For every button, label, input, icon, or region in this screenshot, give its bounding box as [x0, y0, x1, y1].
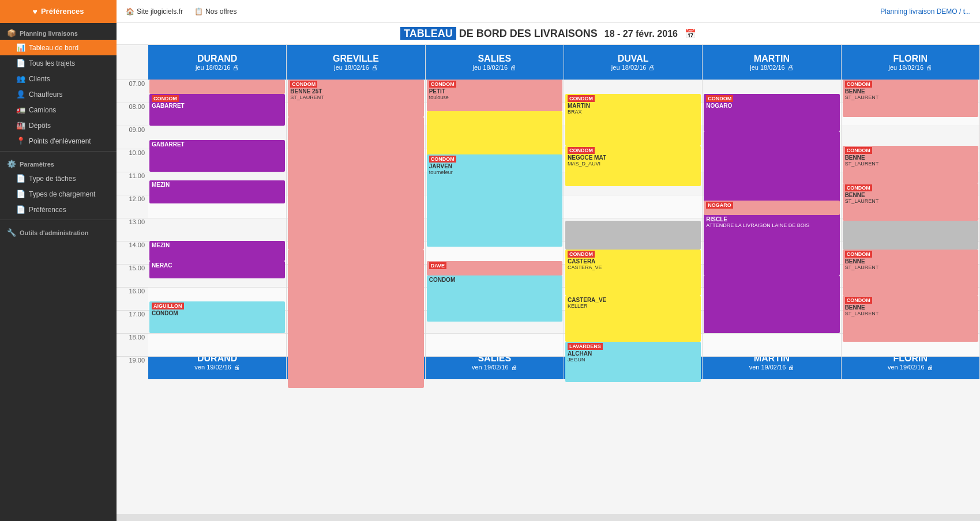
driver-date-top: jeu 18/02/16 🖨 — [334, 64, 378, 71]
time-label: 18.00 — [117, 333, 148, 356]
event-label: CONDOM — [568, 251, 595, 258]
event-durand-4[interactable]: NERAC — [149, 261, 285, 278]
event-duval-2[interactable] — [565, 221, 701, 250]
event-subloc: JEGUN — [568, 357, 699, 363]
sidebar-item-tableau-de-bord[interactable]: 📊 Tableau de bord — [0, 40, 117, 55]
event-duval-4[interactable]: CASTERA_VEKELLER — [565, 296, 701, 342]
driver-col-florin: FLORIN jeu 18/02/16 🖨CONDOMBENNEST_LAURE… — [842, 45, 980, 379]
sidebar-item-preferences[interactable]: 📄 Préférences — [0, 202, 117, 217]
event-subloc: tournefeur — [429, 169, 560, 175]
event-subloc: toulouse — [429, 95, 560, 100]
event-greville-0[interactable]: CONDOMBENNE 25TST_LAURENT — [288, 80, 423, 117]
event-duval-1[interactable]: CONDOMNEGOCE MATMAS_D_AUVI — [565, 146, 701, 186]
event-salies-0[interactable]: CONDOMPETITtoulouse — [427, 80, 562, 111]
event-location: BENNE — [845, 154, 976, 161]
schedule-grid-martin: CONDOMNOGARONOGARORISCLEATTENDRE LA LIVR… — [703, 80, 840, 345]
sidebar-item-depots[interactable]: 🏭 Dépôts — [0, 118, 117, 133]
printer-icon[interactable]: 🖨 — [232, 64, 239, 71]
driver-col-salies: SALIES jeu 18/02/16 🖨CONDOMPETITtoulouse… — [426, 45, 564, 379]
chauffeurs-icon: 👤 — [16, 90, 25, 99]
printer-icon[interactable]: 🖨 — [787, 64, 794, 71]
event-location: CONDOM — [152, 310, 283, 316]
grid-row — [703, 333, 840, 356]
sidebar-item-points-enlevement[interactable]: 📍 Points d'enlèvement — [0, 133, 117, 149]
event-florin-2[interactable]: CONDOMBENNEST_LAURENT — [843, 183, 978, 221]
event-location: GABARRET — [152, 141, 283, 148]
event-martin-0[interactable]: CONDOMNOGARO — [704, 94, 839, 131]
event-duval-3[interactable]: CONDOMCASTERACASTERA_VE — [565, 250, 701, 296]
event-durand-5[interactable]: AIGUILLONCONDOM — [149, 301, 285, 333]
event-durand-0[interactable]: CONDOMGABARRET — [149, 94, 285, 126]
time-label: 09.00 — [117, 126, 148, 149]
event-salies-3[interactable]: DAVE — [427, 261, 562, 275]
tableau-highlight: TABLEAU DE BORD DES LIVRAISONS — [400, 28, 598, 40]
event-location: BENNE — [845, 304, 976, 311]
event-martin-2[interactable]: NOGARO — [704, 201, 839, 215]
event-salies-4[interactable]: CONDOM — [427, 275, 562, 322]
grid-row — [703, 356, 840, 379]
driver-date-top: jeu 18/02/16 🖨 — [473, 64, 517, 71]
event-florin-4[interactable]: CONDOMBENNEST_LAURENT — [843, 250, 978, 296]
printer-icon[interactable]: 🖨 — [510, 64, 516, 71]
event-florin-0[interactable]: CONDOMBENNEST_LAURENT — [843, 80, 978, 117]
event-location: BENNE — [845, 88, 976, 95]
event-durand-6[interactable] — [149, 80, 285, 94]
event-subloc: ST_LAURENT — [845, 198, 976, 204]
printer-icon[interactable]: 🖨 — [371, 64, 378, 71]
top-bar-right-link[interactable]: Planning livraison DEMO / t... — [880, 7, 980, 16]
event-salies-2[interactable]: CONDOMJARVENtournefeur — [427, 154, 562, 247]
event-location: JARVEN — [429, 163, 560, 169]
sidebar-item-tous-trajets[interactable]: 📄 Tous les trajets — [0, 55, 117, 71]
time-label: 11.00 — [117, 172, 148, 195]
sidebar-item-types-chargement[interactable]: 📄 Types de chargement — [0, 186, 117, 202]
calendar-icon[interactable]: 📅 — [685, 28, 696, 39]
event-florin-3[interactable] — [843, 221, 978, 250]
event-location: MARTIN — [568, 103, 699, 109]
event-durand-3[interactable]: MEZIN — [149, 241, 285, 261]
event-location: NEGOCE MAT — [568, 154, 699, 161]
printer-icon[interactable]: 🖨 — [648, 64, 655, 71]
event-location: GABARRET — [152, 103, 283, 109]
nav-site[interactable]: 🏠 Site jlogiciels.fr — [126, 7, 183, 16]
driver-col-martin: MARTIN jeu 18/02/16 🖨CONDOMNOGARONOGAROR… — [703, 45, 841, 379]
driver-header-salies: SALIES jeu 18/02/16 🖨 — [426, 45, 564, 80]
driver-date-top: jeu 18/02/16 🖨 — [196, 64, 239, 71]
event-label: CONDOM — [429, 156, 456, 163]
event-martin-4[interactable] — [704, 275, 839, 333]
nav-offers[interactable]: 📋 Nos offres — [194, 7, 236, 16]
event-durand-1[interactable]: GABARRET — [149, 140, 285, 172]
event-florin-1[interactable]: CONDOMBENNEST_LAURENT — [843, 146, 978, 183]
sidebar-section-params: ⚙️ Paramètres — [0, 154, 117, 171]
driver-header-florin: FLORIN jeu 18/02/16 🖨 — [842, 45, 979, 80]
clients-icon: 👥 — [16, 74, 25, 83]
event-location: PETIT — [429, 88, 560, 95]
driver-name: GREVILLE — [333, 54, 379, 64]
event-location: MEZIN — [152, 182, 283, 188]
event-duval-0[interactable]: CONDOMMARTINBRAX — [565, 94, 701, 146]
grid-row — [842, 126, 979, 149]
driver-date-top: jeu 18/02/16 🖨 — [611, 64, 655, 71]
event-martin-3[interactable]: RISCLEATTENDRE LA LIVRAISON LAINE DE BOI… — [704, 215, 839, 275]
trajets-icon: 📄 — [16, 59, 25, 67]
sidebar-item-camions[interactable]: 🚛 Camions — [0, 102, 117, 118]
event-greville-1[interactable] — [288, 117, 423, 250]
driver-header-greville: GREVILLE jeu 18/02/16 🖨 — [287, 45, 425, 80]
sidebar-item-clients[interactable]: 👥 Clients — [0, 71, 117, 86]
event-location: CONDOM — [429, 277, 560, 283]
grid-row — [426, 356, 564, 379]
planner[interactable]: 07.0008.0009.0010.0011.0012.0013.0014.00… — [117, 45, 980, 514]
camions-icon: 🚛 — [16, 105, 25, 114]
sidebar-item-chauffeurs[interactable]: 👤 Chauffeurs — [0, 86, 117, 102]
driver-name: DURAND — [197, 54, 237, 64]
sidebar-item-type-taches[interactable]: 📄 Type de tâches — [0, 171, 117, 186]
event-florin-5[interactable]: CONDOMBENNEST_LAURENT — [843, 296, 978, 342]
event-location: RISCLE — [706, 216, 837, 222]
event-duval-5[interactable]: LAVARDENSALCHANJEGUN — [565, 342, 701, 382]
event-subloc: ST_LAURENT — [845, 161, 976, 167]
event-durand-2[interactable]: MEZIN — [149, 180, 285, 203]
event-greville-2[interactable] — [288, 250, 423, 388]
scroll-bar[interactable] — [117, 514, 980, 521]
time-label: 16.00 — [117, 287, 148, 310]
sidebar-section-admin: 🔧 Outils d'administration — [0, 222, 117, 239]
printer-icon[interactable]: 🖨 — [926, 64, 932, 71]
